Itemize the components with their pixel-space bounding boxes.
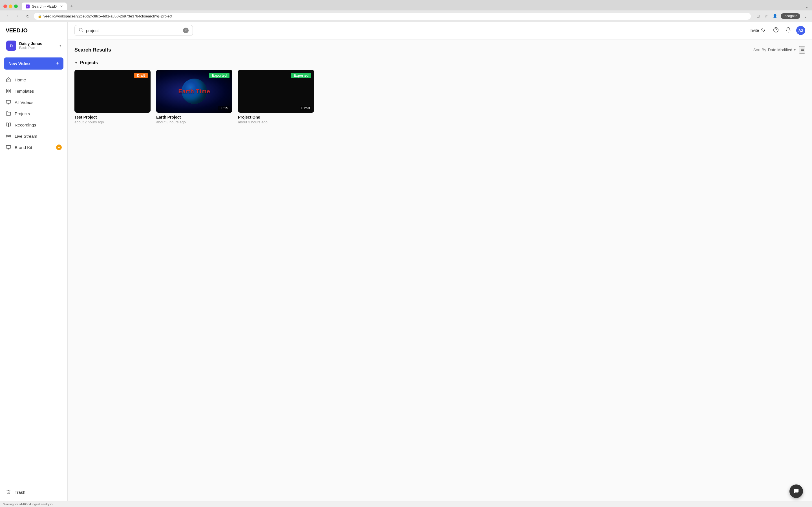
status-bar-text: Waiting for o146504.ingest.sentry.io...: [3, 503, 55, 506]
plus-icon: +: [56, 61, 59, 66]
reload-button[interactable]: ↻: [24, 12, 32, 20]
url-bar[interactable]: 🔒 veed.io/workspaces/22ce6d2f-38c5-4df1-…: [34, 13, 751, 20]
templates-icon: [6, 88, 11, 94]
earth-title-text: Earth Time: [179, 88, 210, 95]
svg-rect-3: [9, 92, 10, 93]
cast-icon[interactable]: ⊡: [755, 13, 761, 19]
svg-point-9: [79, 28, 82, 31]
lock-icon: 🔒: [38, 14, 42, 18]
user-plan: Basic Plan: [19, 46, 57, 50]
search-clear-button[interactable]: ✕: [183, 27, 189, 33]
search-input[interactable]: [86, 28, 180, 33]
profile-icon[interactable]: 👤: [771, 13, 778, 19]
brand-kit-label: Brand Kit: [15, 145, 32, 150]
brand-kit-icon: [6, 145, 11, 150]
home-icon: [6, 77, 11, 82]
new-video-label: New Video: [8, 61, 30, 66]
duration-badge-one: 01:58: [300, 106, 311, 110]
minimize-window-button[interactable]: [9, 4, 12, 8]
sidebar-item-home[interactable]: Home: [0, 74, 67, 86]
templates-label: Templates: [15, 89, 34, 94]
bookmark-icon[interactable]: ☆: [763, 13, 769, 19]
browser-tabs: V Search - VEED ✕ + ⌄: [0, 0, 812, 10]
chat-button[interactable]: [790, 485, 803, 498]
content-header: Search Results Sort By Date Modified ▾: [74, 46, 805, 54]
project-card-earth-project[interactable]: Earth Time Exported 00:25 Earth Project …: [156, 70, 232, 124]
sidebar-item-templates[interactable]: Templates: [0, 86, 67, 97]
project-time-test-project: about 2 hours ago: [74, 120, 151, 124]
sidebar-item-trash[interactable]: Trash: [0, 487, 67, 498]
tab-favicon: V: [26, 4, 30, 8]
trash-label: Trash: [15, 490, 26, 495]
svg-rect-6: [6, 145, 11, 149]
user-name: Daisy Jonas: [19, 41, 57, 46]
incognito-label: Incognito: [783, 14, 797, 18]
sidebar-item-projects[interactable]: Projects: [0, 108, 67, 119]
svg-rect-2: [6, 92, 8, 93]
sidebar-item-brand-kit[interactable]: Brand Kit +: [0, 142, 67, 153]
brand-kit-upgrade-badge: +: [56, 145, 62, 150]
svg-point-11: [762, 29, 763, 30]
duration-badge-earth: 00:25: [218, 106, 230, 110]
project-name-earth-project: Earth Project: [156, 115, 232, 119]
sidebar-item-all-videos[interactable]: All Videos: [0, 97, 67, 108]
search-header: ✕ Invite: [68, 22, 812, 40]
new-video-button[interactable]: New Video +: [4, 57, 63, 69]
section-title: Projects: [80, 60, 98, 65]
project-thumbnail-earth-project: Earth Time Exported 00:25: [156, 70, 232, 113]
sidebar-item-live-stream[interactable]: Live Stream: [0, 130, 67, 142]
browser-actions: ⊡ ☆ 👤 Incognito ⋮: [755, 13, 809, 19]
search-bar-container: ✕: [74, 25, 193, 36]
help-button[interactable]: [771, 25, 780, 36]
trash-icon: [6, 489, 11, 495]
tab-title: Search - VEED: [32, 4, 57, 8]
main-content: ✕ Invite: [68, 22, 812, 501]
logo: VEED.IO: [0, 25, 67, 38]
user-account-badge[interactable]: A2: [796, 26, 805, 35]
project-card-project-one[interactable]: Exported 01:58 Project One about 3 hours…: [238, 70, 314, 124]
sidebar-item-recordings[interactable]: Recordings: [0, 119, 67, 130]
section-header: ▼ Projects: [74, 60, 805, 65]
project-thumbnail-test-project: Draft: [74, 70, 151, 113]
header-actions: Invite: [747, 25, 805, 36]
notifications-button[interactable]: [784, 25, 793, 36]
menu-icon[interactable]: ⋮: [802, 13, 809, 19]
tab-close-button[interactable]: ✕: [60, 4, 63, 8]
projects-icon: [6, 111, 11, 116]
projects-grid: Draft Test Project about 2 hours ago Ear…: [74, 70, 805, 124]
sort-by-label: Sort By: [753, 48, 766, 52]
project-card-test-project[interactable]: Draft Test Project about 2 hours ago: [74, 70, 151, 124]
project-name-test-project: Test Project: [74, 115, 151, 119]
invite-label: Invite: [750, 28, 759, 33]
traffic-lights: [3, 4, 18, 8]
status-badge-exported-one: Exported: [291, 73, 311, 78]
user-section[interactable]: D Daisy Jonas Basic Plan ▾: [2, 38, 65, 53]
search-icon: [79, 27, 83, 33]
invite-button[interactable]: Invite: [747, 26, 768, 34]
sort-by-control[interactable]: Sort By Date Modified ▾: [753, 48, 796, 52]
status-badge-draft: Draft: [134, 73, 148, 78]
sort-chevron-icon: ▾: [794, 48, 796, 52]
forward-button[interactable]: ›: [13, 12, 21, 20]
content-area: Search Results Sort By Date Modified ▾: [68, 40, 812, 501]
status-bar: Waiting for o146504.ingest.sentry.io...: [0, 501, 812, 507]
projects-section: ▼ Projects Draft Test Project about 2: [74, 60, 805, 124]
browser-chrome: V Search - VEED ✕ + ⌄ ‹ › ↻ 🔒 veed.io/wo…: [0, 0, 812, 22]
close-window-button[interactable]: [3, 4, 7, 8]
status-badge-exported-earth: Exported: [209, 73, 230, 78]
section-collapse-icon[interactable]: ▼: [74, 61, 78, 65]
live-stream-icon: [6, 133, 11, 139]
home-label: Home: [15, 77, 26, 82]
svg-line-10: [82, 31, 83, 32]
project-time-project-one: about 3 hours ago: [238, 120, 314, 124]
fullscreen-window-button[interactable]: [14, 4, 18, 8]
new-tab-button[interactable]: +: [68, 2, 75, 10]
svg-rect-4: [6, 100, 11, 103]
user-info: Daisy Jonas Basic Plan: [19, 41, 57, 50]
tab-expand-button[interactable]: ⌄: [805, 4, 809, 9]
active-tab[interactable]: V Search - VEED ✕: [22, 3, 67, 10]
all-videos-icon: [6, 100, 11, 105]
live-stream-label: Live Stream: [15, 134, 37, 138]
view-toggle-button[interactable]: [799, 46, 805, 54]
back-button[interactable]: ‹: [3, 12, 11, 20]
